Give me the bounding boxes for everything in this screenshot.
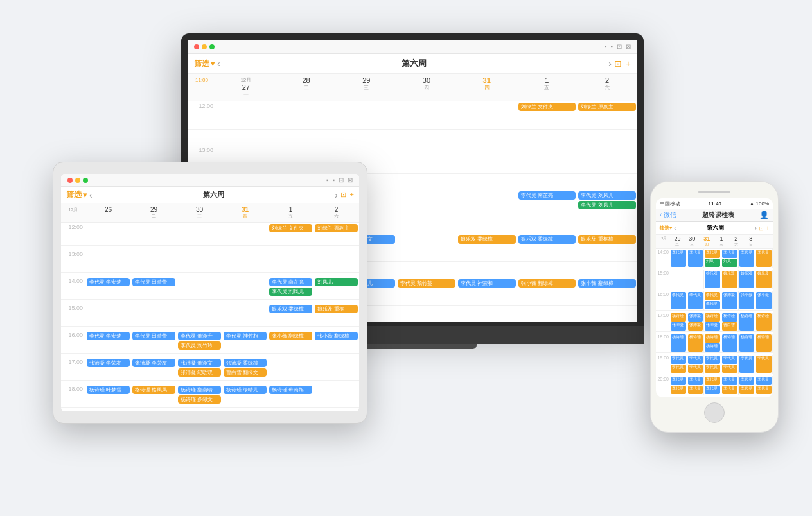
add-button[interactable]: + [626,58,631,69]
ph-ev22[interactable]: 张沛凝 [688,313,703,322]
nav-prev-button[interactable]: ‹ [215,58,223,69]
ph-ev34[interactable]: 杨诗瑾 [722,334,737,352]
nav-next-button[interactable]: › [606,58,614,69]
ph-ev20[interactable]: 杨诗瑾 [671,313,686,322]
t-ev-lg1[interactable]: 李代灵 李安梦 [87,332,130,340]
ph-ev18[interactable]: 张小薇 [739,292,755,309]
dot-green[interactable] [209,44,215,49]
t-ev-znc6[interactable]: 曹白雪 翻绿文 [224,368,267,377]
t-ev-ldl-5[interactable]: 刘凤儿 [315,278,358,286]
ph-ev26[interactable]: 杨诗瑾 [722,313,737,322]
t-ev-zx1[interactable]: 张小薇 翻绿樟 [269,332,312,340]
ph-ev45[interactable]: 李代灵 [739,356,755,373]
ph-ev29[interactable]: 杨诗瑾 [756,313,772,331]
t-ev-ldl-3[interactable]: 李代灵 南芷亮 [269,278,312,286]
ph-ev57[interactable]: 李代灵 [756,377,772,385]
ph-ev3[interactable]: 李代灵 [705,250,720,258]
event-lidaiz-2[interactable]: 李代灵 鹅竹蔓 [398,279,455,288]
ph-ev28[interactable]: 杨诗瑾 [739,313,755,331]
event-liululan-2[interactable]: 刘绿兰 原副主 [578,103,636,111]
ph-ev50[interactable]: 李代灵 [688,386,703,394]
t-ev-ysj3[interactable]: 杨诗瑾 翻南晴 [178,386,221,394]
t-ev-ysj5[interactable]: 杨诗瑾 绿晴儿 [224,386,267,394]
ph-ev5[interactable]: 李代灵 [722,250,737,258]
tablet-nav-next[interactable]: › [332,190,340,200]
t-ev-1[interactable]: 刘绿兰 文件夹 [269,224,312,232]
ph-ev37[interactable]: 李代灵 [671,356,686,364]
phone-back-button[interactable]: ‹ 微信 [660,211,676,219]
ph-ev43[interactable]: 李代灵 [722,356,737,364]
ph-ev32[interactable]: 杨诗瑾 [705,334,720,343]
ph-ev24[interactable]: 杨诗瑾 [705,313,720,322]
phone-person-icon[interactable]: 👤 [759,211,769,219]
t-ev-nld-1[interactable]: 娘乐双 柔绿樟 [269,305,312,313]
event-lidaiting-4[interactable]: 李代灵 刘凤儿 [578,191,636,200]
ph-ev14[interactable]: 李代灵 [688,292,703,309]
ph-ev23[interactable]: 张沛凝 [688,322,703,331]
ph-ev36[interactable]: 杨诗瑾 [756,334,772,352]
ph-ev58[interactable]: 李代灵 [756,386,772,394]
ph-ev39[interactable]: 李代灵 [688,356,703,364]
ph-ev47[interactable]: 李代灵 [671,377,686,385]
t-ev-znc5[interactable]: 张沛凝 柔绿樟 [224,359,267,367]
ph-ev49[interactable]: 李代灵 [688,377,703,385]
ph-ev1[interactable]: 李代灵 [671,250,686,267]
event-liululan-1[interactable]: 刘绿兰 文件夹 [518,103,576,111]
event-zhixiao-1[interactable]: 张小薇 翻绿樟 [518,279,576,288]
phone-copy-icon[interactable]: ⊡ [759,225,764,232]
tablet-dot-green[interactable] [83,178,88,183]
ph-ev40[interactable]: 李代灵 [688,365,703,373]
ph-ev53[interactable]: 李代灵 [722,377,737,385]
t-ev-nle-1[interactable]: 娘乐及 重框 [315,305,358,313]
t-ev-lg4[interactable]: 李代灵 刘竹玲 [178,341,221,350]
ph-ev2[interactable]: 李代灵 [688,250,703,267]
ph-ev33[interactable]: 杨诗瑾 [705,343,720,352]
ph-ev31[interactable]: 杨诗瑾 [688,334,703,352]
ph-ev30[interactable]: 杨诗瑾 [671,334,686,352]
t-ev-ldl-1[interactable]: 李代灵 李安梦 [87,278,130,286]
t-ev-ldl-4[interactable]: 李代灵 刘凤儿 [269,288,312,296]
t-ev-znc4[interactable]: 张沛凝 纪欧双 [178,368,221,377]
phone-nav-prev[interactable]: ‹ [672,225,678,232]
t-ev-znc2[interactable]: 张沛凝 李荣友 [132,359,175,367]
t-ev-lg2[interactable]: 李代灵 田晴蕾 [132,332,175,340]
ph-ev35[interactable]: 杨诗瑾 [739,334,755,352]
dot-yellow[interactable] [202,44,207,49]
ph-ev7[interactable]: 李代灵 [739,250,755,267]
t-ev-znc1[interactable]: 张沛凝 李荣友 [87,359,130,367]
event-nly-1[interactable]: 娘乐及 重框樟 [578,235,636,243]
phone-home-button[interactable] [704,402,725,423]
event-zhixiao-2[interactable]: 张小薇 翻绿樟 [578,279,636,288]
ph-ev11[interactable]: 娘乐双 [739,271,755,288]
ph-ev41[interactable]: 李代灵 [705,356,720,364]
ph-ev46[interactable]: 李代灵 [756,356,772,373]
tablet-dot-yellow[interactable] [75,178,80,183]
t-ev-lg5[interactable]: 李代灵 神竹相 [224,332,267,340]
ph-ev25[interactable]: 张沛凝 [705,322,720,331]
phone-nav-next[interactable]: › [753,225,759,232]
event-lidaiting-5[interactable]: 李代灵 刘凤儿 [578,201,636,209]
ph-ev9[interactable]: 娘乐双 [705,271,720,288]
ph-ev21[interactable]: 张沛凝 [671,322,686,331]
ph-ev10[interactable]: 娘乐双 [722,271,737,288]
tablet-filter-btn[interactable]: 筛选 ▾ [66,189,87,200]
ph-ev56[interactable]: 李代灵 [739,386,755,394]
t-ev-2[interactable]: 刘绿兰 票副主 [315,224,358,232]
ph-ev42[interactable]: 李代灵 [705,365,720,373]
t-ev-lg3[interactable]: 李代灵 董淡升 [178,332,221,340]
ph-ev48[interactable]: 李代灵 [671,386,686,394]
ph-ev44[interactable]: 李代灵 [722,365,737,373]
event-nld-1[interactable]: 娘乐双 柔绿樟 [458,235,516,243]
t-ev-ldl-2[interactable]: 李代灵 田晴蕾 [132,278,175,286]
t-ev-ysj6[interactable]: 杨诗瑾 班南旭 [269,386,312,394]
ph-ev16[interactable]: 李代灵 [705,301,720,309]
tablet-nav-prev[interactable]: ‹ [87,190,95,200]
event-lidaiting-3[interactable]: 李代灵 南芷亮 [518,191,576,200]
ph-ev13[interactable]: 李代灵 [671,292,686,309]
ph-ev8[interactable]: 李代灵 [756,250,772,267]
filter-button[interactable]: 筛选 ▾ [194,58,215,69]
phone-add-btn[interactable]: + [766,225,770,232]
ph-ev12[interactable]: 娘乐及 [756,271,772,288]
ph-ev52[interactable]: 李代灵 [705,386,720,394]
t-ev-ysj4[interactable]: 杨诗瑾 多绿文 [178,395,221,404]
